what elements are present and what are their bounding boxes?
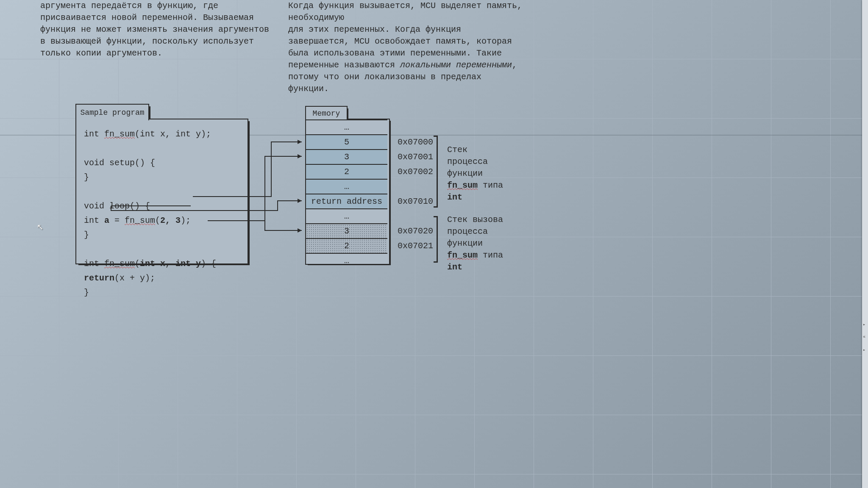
svg-marker-2 <box>298 228 302 233</box>
addr-3: 0x07010 <box>398 197 433 206</box>
mem-cell-0: … <box>306 119 387 134</box>
memory-tab: Memory <box>305 106 348 120</box>
bracket-1 <box>437 136 438 208</box>
addr-4: 0x07020 <box>398 226 433 236</box>
mem-cell-5: return address <box>306 194 387 208</box>
svg-marker-3 <box>298 154 302 158</box>
page-area: аргумента передаётся в функцию, где прис… <box>0 0 610 488</box>
svg-marker-0 <box>298 140 302 144</box>
bracket-2 <box>437 216 438 263</box>
left-paragraph: аргумента передаётся в функцию, где прис… <box>40 0 273 59</box>
svg-marker-1 <box>298 199 302 203</box>
program-tab: Sample program <box>75 104 149 120</box>
mem-cell-6: … <box>306 208 387 223</box>
cursor-icon: ↖ <box>37 219 44 233</box>
mem-cell-9: … <box>306 253 387 268</box>
stack-label-2: Стек вызова процесса функции fn_sum типа… <box>447 214 503 273</box>
addr-2: 0x07002 <box>398 167 433 177</box>
mem-cell-8: 2 <box>306 238 387 253</box>
right-p-top: Когда функция вызывается, MCU выделяет п… <box>288 1 522 22</box>
addr-1: 0x07001 <box>398 152 433 162</box>
right-paragraph: Когда функция вызывается, MCU выделяет п… <box>288 0 526 95</box>
mem-cell-3: 2 <box>306 164 387 179</box>
ruler-edge: ▸ « ▸ <box>862 0 868 488</box>
mem-cell-2: 3 <box>306 149 387 164</box>
mem-cell-4: … <box>306 179 387 194</box>
program-code: int fn_sum(int x, int y); void setup() {… <box>84 127 245 300</box>
addr-0: 0x07000 <box>398 137 433 147</box>
stack-label-1: Стек процесса функции fn_sum типа int <box>447 144 503 203</box>
right-p-italic: локальными переменными <box>400 60 512 70</box>
mem-cell-1: 5 <box>306 134 387 149</box>
addr-5: 0x07021 <box>398 241 433 251</box>
mem-cell-7: 3 <box>306 223 387 238</box>
